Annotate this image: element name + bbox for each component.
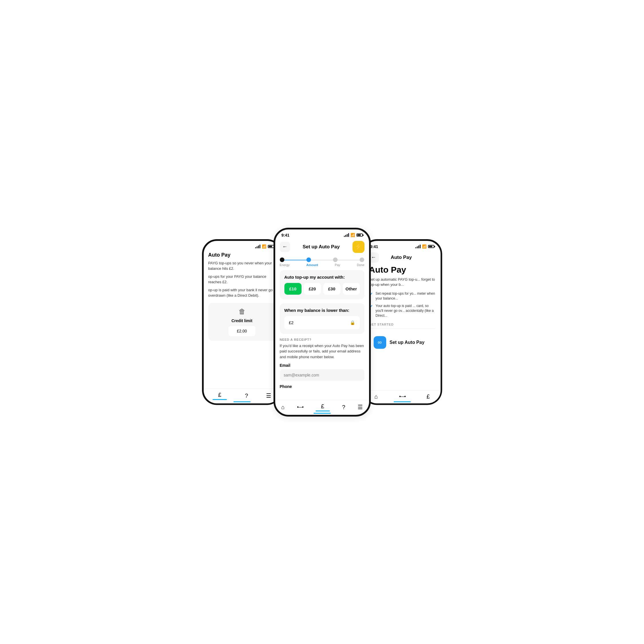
right-nav-payments[interactable]: £ bbox=[427, 393, 430, 400]
right-payments-icon: £ bbox=[427, 393, 430, 400]
right-home-icon: ⌂ bbox=[374, 393, 378, 400]
center-page-title: Set up Auto Pay bbox=[303, 244, 340, 250]
step-energy-dot bbox=[280, 257, 284, 262]
menu-icon2: ☰ bbox=[358, 404, 363, 411]
step-done-dot bbox=[360, 257, 364, 262]
amount-btn-10[interactable]: £10 bbox=[284, 283, 302, 295]
left-nav-payments[interactable]: £ bbox=[213, 392, 227, 400]
progress-stepper: Energy Amount Pay Done bbox=[275, 255, 369, 267]
balance-value: £2 bbox=[289, 320, 294, 325]
auto-topup-card: Auto top-up my account with: £10 £20 £30… bbox=[280, 270, 364, 299]
lock-icon: 🔒 bbox=[350, 320, 355, 325]
center-nav-home[interactable]: ⌂ bbox=[281, 404, 285, 411]
step-pay-label: Pay bbox=[335, 263, 340, 267]
right-nav-connect[interactable]: •—• bbox=[399, 394, 405, 399]
help-icon2: ? bbox=[342, 404, 345, 411]
receipt-text: If you'd like a receipt when your Auto P… bbox=[280, 343, 364, 360]
email-input[interactable] bbox=[280, 369, 364, 381]
center-content-area: Auto top-up my account with: £10 £20 £30… bbox=[275, 267, 369, 400]
center-time: 9:41 bbox=[282, 233, 290, 237]
home-icon: ⌂ bbox=[281, 404, 285, 411]
credit-card: 🗑 Credit limit £2.00 bbox=[208, 303, 276, 341]
balance-card: When my balance is lower than: £2 🔒 bbox=[280, 303, 364, 334]
right-time: 9:41 bbox=[370, 244, 378, 249]
right-page-title: Auto Pay bbox=[391, 255, 412, 260]
right-back-arrow-icon: ← bbox=[371, 254, 376, 260]
center-phone: 9:41 📶 ← Set up Auto Pay bbox=[274, 228, 371, 417]
left-nav-menu[interactable]: ☰ bbox=[266, 392, 271, 399]
lightning-icon: ⚡ bbox=[354, 243, 362, 251]
help-icon: ? bbox=[245, 393, 248, 399]
step-energy-label: Energy bbox=[280, 263, 290, 267]
right-auto-pay-desc: Set up automatic PAYG top-u... forget to… bbox=[369, 277, 435, 287]
credit-label: Credit limit bbox=[231, 318, 252, 323]
right-phone: 9:41 📶 ← Auto Pay bbox=[362, 239, 442, 405]
left-nav-help[interactable]: ? bbox=[245, 393, 248, 399]
amount-options: £10 £20 £30 Other bbox=[284, 283, 360, 295]
step-done-label: Done bbox=[357, 263, 364, 267]
payments-icon2: £ bbox=[321, 403, 324, 410]
auto-topup-title: Auto top-up my account with: bbox=[284, 275, 360, 280]
amount-btn-20[interactable]: £20 bbox=[304, 283, 321, 295]
setup-btn-text: Set up Auto Pay bbox=[390, 340, 425, 345]
setup-auto-pay-button[interactable]: ∞ Set up Auto Pay bbox=[369, 332, 435, 353]
balance-input: £2 🔒 bbox=[284, 316, 360, 329]
amount-btn-30[interactable]: £30 bbox=[323, 283, 340, 295]
receipt-section: NEED A RECEIPT? If you'd like a receipt … bbox=[280, 338, 364, 389]
right-nav-home[interactable]: ⌂ bbox=[374, 393, 378, 400]
trash-icon[interactable]: 🗑 bbox=[239, 308, 245, 316]
balance-label: When my balance is lower than: bbox=[284, 308, 360, 313]
step-amount-dot bbox=[306, 257, 311, 262]
auto-pay-btn-icon: ∞ bbox=[374, 336, 386, 349]
check-text-2: Your auto top-up is paid ... card, so yo… bbox=[376, 304, 435, 318]
center-nav-connect[interactable]: •—• bbox=[297, 405, 303, 410]
left-text2: op-ups for your PAYG your balance reache… bbox=[208, 274, 276, 285]
back-arrow-icon: ← bbox=[282, 244, 288, 250]
center-nav-payments[interactable]: £ bbox=[316, 403, 330, 411]
right-connect-icon: •—• bbox=[399, 394, 405, 399]
step-pay-dot bbox=[333, 257, 338, 262]
left-page-title: Auto Pay bbox=[208, 252, 231, 258]
check-item-2: ✓ Your auto top-up is paid ... card, so … bbox=[369, 304, 435, 318]
check-item-1: ✓ Set repeat top-ups for yo... meter whe… bbox=[369, 291, 435, 301]
right-status-bar: 9:41 📶 bbox=[364, 241, 441, 250]
get-started-label: GET STARTED bbox=[369, 323, 435, 326]
center-status-bar: 9:41 📶 bbox=[275, 229, 369, 239]
connect-icon: •—• bbox=[297, 405, 303, 410]
right-header: ← Auto Pay bbox=[364, 250, 441, 265]
email-label: Email bbox=[280, 363, 364, 368]
check-text-1: Set repeat top-ups for yo... meter when … bbox=[376, 291, 435, 301]
left-status-bar: 📶 bbox=[204, 241, 280, 250]
center-back-button[interactable]: ← bbox=[280, 242, 290, 252]
step-amount-label: Amount bbox=[306, 263, 318, 267]
lightning-button[interactable]: ⚡ bbox=[352, 241, 364, 253]
right-auto-pay-heading: Auto Pay bbox=[369, 265, 435, 275]
check-list: ✓ Set repeat top-ups for yo... meter whe… bbox=[369, 291, 435, 318]
left-text3: op-up is paid with your bank ll never go… bbox=[208, 287, 276, 298]
center-header: ← Set up Auto Pay ⚡ bbox=[275, 239, 369, 255]
left-text1: PAYG top-ups so you never when your bala… bbox=[208, 260, 276, 272]
left-header: Auto Pay bbox=[204, 250, 280, 260]
center-nav-menu[interactable]: ☰ bbox=[358, 404, 363, 411]
phone-label: Phone bbox=[280, 384, 364, 389]
menu-icon: ☰ bbox=[266, 392, 271, 399]
credit-value: £2.00 bbox=[228, 326, 255, 336]
center-nav-help[interactable]: ? bbox=[342, 404, 345, 411]
screens-container: 📶 Auto Pay PAYG top-ups so you never whe… bbox=[165, 228, 479, 417]
payments-icon: £ bbox=[218, 392, 221, 398]
receipt-section-label: NEED A RECEIPT? bbox=[280, 338, 364, 341]
left-phone: 📶 Auto Pay PAYG top-ups so you never whe… bbox=[202, 239, 282, 405]
amount-btn-other[interactable]: Other bbox=[343, 283, 360, 295]
